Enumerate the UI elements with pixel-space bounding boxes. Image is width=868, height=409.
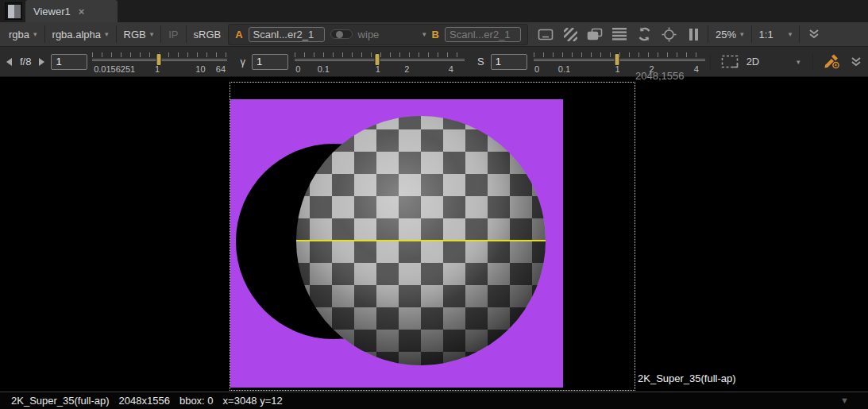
fstop-increase-icon[interactable] bbox=[39, 58, 44, 66]
tab-viewer1[interactable]: Viewer1 × bbox=[25, 0, 118, 22]
overlay-compare-icon[interactable] bbox=[585, 25, 604, 43]
monitor-output-icon[interactable] bbox=[536, 25, 555, 43]
pane-menu-icon[interactable] bbox=[5, 2, 22, 20]
gamma-label: γ bbox=[240, 56, 245, 68]
stack-lines-icon[interactable] bbox=[610, 25, 629, 43]
status-bar: 2K_Super_35(full-ap) 2048x1556 bbox: 0 x… bbox=[0, 392, 868, 409]
close-icon[interactable]: × bbox=[79, 6, 85, 17]
gamma-slider[interactable]: 0 0.1 1 2 4 bbox=[295, 48, 465, 75]
wipe-mode-dropdown[interactable]: wipe ▾ bbox=[358, 29, 426, 41]
ab-input-group: A Scanl...er2_1 wipe ▾ B Scanl...er2_1 bbox=[228, 24, 528, 45]
status-bbox: bbox: 0 bbox=[179, 395, 214, 407]
roi-target-icon[interactable] bbox=[659, 25, 678, 43]
s-control-input[interactable] bbox=[491, 54, 527, 70]
region-of-interest-icon[interactable] bbox=[720, 53, 739, 71]
viewer-lut-button[interactable]: sRGB bbox=[191, 29, 224, 41]
chevron-down-icon: ▾ bbox=[789, 30, 793, 38]
expand-triangle-icon[interactable]: ▼ bbox=[840, 395, 849, 405]
gamma-input[interactable] bbox=[252, 54, 288, 70]
input-b-selector[interactable]: Scanl...er2_1 bbox=[445, 27, 521, 42]
pixel-aspect-dropdown[interactable]: 1:1 ▾ bbox=[757, 29, 795, 41]
wipe-toggle[interactable] bbox=[330, 29, 353, 39]
status-resolution: 2048x1556 bbox=[119, 395, 170, 407]
status-pointer: x=3048 y=12 bbox=[223, 395, 283, 407]
proxy-stripes-icon[interactable] bbox=[561, 25, 580, 43]
chevron-down-icon: ▾ bbox=[422, 30, 426, 38]
pause-icon[interactable] bbox=[684, 25, 703, 43]
viewer-icon-buttons bbox=[536, 25, 703, 43]
gain-input[interactable] bbox=[51, 54, 87, 70]
view-mode-dropdown[interactable]: 2D ▾ bbox=[744, 56, 803, 68]
tab-bar: Viewer1 × bbox=[0, 0, 868, 22]
fstop-label: f/8 bbox=[20, 56, 31, 68]
chevron-down-icon: ▾ bbox=[797, 58, 800, 66]
input-process-button[interactable]: IP bbox=[166, 29, 180, 41]
chevron-down-icon: ▾ bbox=[740, 30, 744, 38]
viewer-canvas[interactable]: 2K_Super_35(full-ap) bbox=[0, 77, 868, 392]
fstop-decrease-icon[interactable] bbox=[6, 58, 12, 66]
chevron-down-icon: ▾ bbox=[150, 30, 154, 38]
alpha-channel-dropdown[interactable]: rgba.alpha ▾ bbox=[50, 29, 111, 41]
input-b-label: B bbox=[432, 29, 439, 41]
chevron-down-icon: ▾ bbox=[33, 30, 37, 38]
gain-slider[interactable]: 0.0156251 1 10 64 bbox=[92, 48, 227, 75]
color-sample-eyedropper-icon[interactable] bbox=[823, 53, 842, 71]
display-channel-dropdown[interactable]: RGB ▾ bbox=[122, 29, 156, 41]
chevron-down-icon: ▾ bbox=[105, 30, 109, 38]
input-a-selector[interactable]: Scanl...er2_1 bbox=[249, 27, 325, 42]
collapse-chevrons-icon[interactable] bbox=[804, 25, 824, 43]
format-label: 2K_Super_35(full-ap) bbox=[638, 372, 736, 384]
viewer-toolbar: rgba ▾ rgba.alpha ▾ RGB ▾ IP sRGB A Scan… bbox=[0, 22, 868, 47]
s-control-label: S bbox=[477, 56, 484, 68]
tab-title: Viewer1 bbox=[33, 6, 71, 17]
collapse-chevrons-icon[interactable] bbox=[847, 53, 866, 71]
exposure-toolbar: f/8 0.0156251 1 10 64 γ 0 0.1 1 2 4 S bbox=[0, 47, 868, 77]
cursor-coordinates: 2048,1556 bbox=[635, 70, 684, 82]
zoom-level-dropdown[interactable]: 25% ▾ bbox=[713, 29, 746, 41]
checker-sphere bbox=[296, 116, 546, 365]
channels-dropdown[interactable]: rgba ▾ bbox=[6, 29, 40, 41]
status-format: 2K_Super_35(full-ap) bbox=[11, 395, 110, 407]
refresh-icon[interactable] bbox=[635, 25, 654, 43]
nuke-viewer-panel: Viewer1 × rgba ▾ rgba.alpha ▾ RGB ▾ IP s… bbox=[0, 0, 868, 409]
input-a-label: A bbox=[235, 29, 242, 41]
